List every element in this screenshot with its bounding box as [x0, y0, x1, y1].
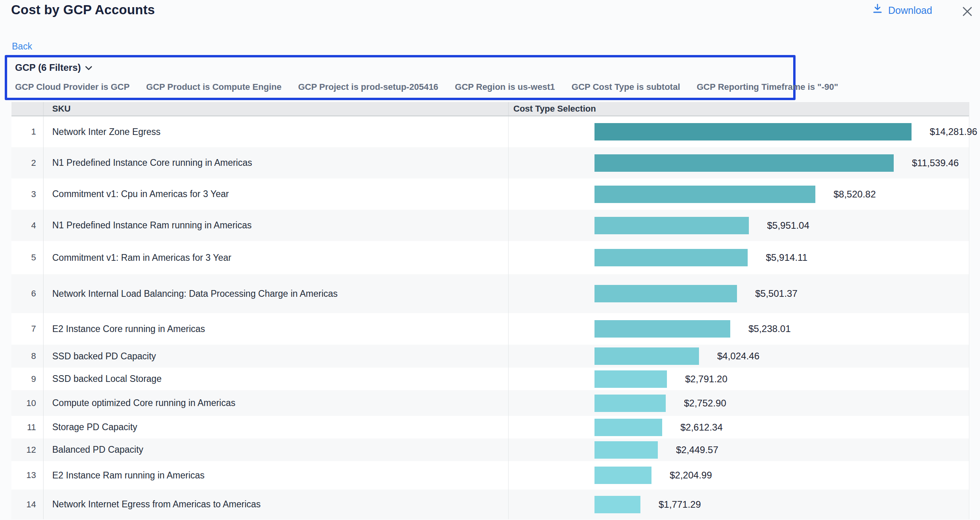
sku-cell: Network Internal Load Balancing: Data Pr…: [44, 274, 509, 313]
filter-item[interactable]: GCP Reporting Timeframe is "-90": [697, 82, 838, 92]
filter-item[interactable]: GCP Project is prod-setup-205416: [298, 82, 438, 92]
cost-bar[interactable]: [594, 467, 651, 484]
row-number: 10: [11, 390, 44, 416]
sku-cell: N1 Predefined Instance Ram running in Am…: [44, 210, 509, 241]
table-row: 4 N1 Predefined Instance Ram running in …: [11, 210, 969, 241]
sku-cell: Storage PD Capacity: [44, 416, 509, 438]
filter-panel: GCP (6 Filters) GCP Cloud Provider is GC…: [5, 55, 796, 100]
bar-cell: $5,914.11: [509, 241, 969, 274]
sku-cell: Network Inter Zone Egress: [44, 116, 509, 147]
sku-cell: E2 Instance Ram running in Americas: [44, 461, 509, 490]
table-body: 1 Network Inter Zone Egress $14,281.96 2…: [11, 116, 969, 519]
table-row: 12 Balanced PD Capacity $2,449.57: [11, 438, 969, 461]
sku-cell: E2 Instance Core running in Americas: [44, 313, 509, 345]
cost-bar[interactable]: [594, 370, 667, 388]
filter-summary-dropdown[interactable]: GCP (6 Filters): [15, 62, 93, 73]
bar-cell: $5,238.01: [509, 313, 969, 345]
table-row: 2 N1 Predefined Instance Core running in…: [11, 147, 969, 178]
page-title: Cost by GCP Accounts: [11, 2, 155, 17]
bar-cell: $11,539.46: [509, 147, 969, 178]
cost-value-label: $2,204.99: [670, 470, 712, 481]
filter-item[interactable]: GCP Cloud Provider is GCP: [15, 82, 129, 92]
download-label: Download: [888, 5, 932, 16]
cost-bar[interactable]: [594, 249, 748, 266]
table-row: 11 Storage PD Capacity $2,612.34: [11, 416, 969, 438]
download-icon: [872, 4, 883, 17]
cost-bar[interactable]: [594, 217, 749, 234]
cost-bar[interactable]: [594, 496, 640, 513]
close-icon: [959, 4, 975, 20]
column-header-cost-type-selection: Cost Type Selection: [509, 102, 969, 116]
cost-bar[interactable]: [594, 320, 730, 338]
row-number: 13: [11, 461, 44, 490]
bar-cell: $2,791.20: [509, 368, 969, 390]
bar-cell: $2,612.34: [509, 416, 969, 438]
row-number: 12: [11, 438, 44, 461]
table-row: 10 Compute optimized Core running in Ame…: [11, 390, 969, 416]
cost-bar[interactable]: [594, 285, 737, 302]
cost-bar[interactable]: [594, 441, 658, 459]
row-number: 5: [11, 241, 44, 274]
chevron-down-icon: [85, 62, 93, 73]
cost-value-label: $8,520.82: [834, 189, 876, 200]
cost-value-label: $14,281.96: [930, 126, 977, 137]
table-row: 14 Network Internet Egress from Americas…: [11, 490, 969, 519]
row-number: 11: [11, 416, 44, 438]
cost-value-label: $5,914.11: [766, 252, 807, 263]
download-button[interactable]: Download: [870, 3, 934, 17]
back-link[interactable]: Back: [12, 41, 32, 52]
cost-value-label: $2,752.90: [684, 398, 726, 409]
bar-cell: $14,281.96: [509, 116, 969, 147]
column-header-index: [11, 102, 44, 116]
filter-list: GCP Cloud Provider is GCPGCP Product is …: [15, 82, 793, 92]
bar-cell: $2,204.99: [509, 461, 969, 490]
row-number: 1: [11, 116, 44, 147]
cost-bar[interactable]: [594, 395, 666, 412]
cost-table: SKU Cost Type Selection 1 Network Inter …: [11, 102, 969, 519]
cost-value-label: $5,951.04: [767, 220, 809, 231]
cost-value-label: $5,238.01: [748, 323, 791, 334]
cost-value-label: $11,539.46: [912, 158, 959, 169]
sku-cell: N1 Predefined Instance Core running in A…: [44, 147, 509, 178]
cost-bar[interactable]: [594, 154, 894, 172]
table-row: 5 Commitment v1: Ram in Americas for 3 Y…: [11, 241, 969, 274]
cost-bar[interactable]: [594, 347, 699, 365]
table-row: 9 SSD backed Local Storage $2,791.20: [11, 368, 969, 390]
row-number: 2: [11, 147, 44, 178]
cost-value-label: $2,449.57: [676, 444, 718, 455]
row-number: 3: [11, 178, 44, 210]
sku-cell: Commitment v1: Ram in Americas for 3 Yea…: [44, 241, 509, 274]
sku-cell: Network Internet Egress from Americas to…: [44, 490, 509, 519]
bar-cell: $4,024.46: [509, 345, 969, 368]
row-number: 4: [11, 210, 44, 241]
filter-item[interactable]: GCP Cost Type is subtotal: [572, 82, 680, 92]
table-row: 1 Network Inter Zone Egress $14,281.96: [11, 116, 969, 147]
bar-cell: $5,501.37: [509, 274, 969, 313]
cost-value-label: $1,771.29: [659, 499, 701, 510]
sku-cell: Balanced PD Capacity: [44, 438, 509, 461]
column-header-sku: SKU: [44, 102, 509, 116]
cost-bar[interactable]: [594, 123, 912, 140]
table-row: 8 SSD backed PD Capacity $4,024.46: [11, 345, 969, 368]
bar-cell: $5,951.04: [509, 210, 969, 241]
bar-cell: $8,520.82: [509, 178, 969, 210]
row-number: 6: [11, 274, 44, 313]
row-number: 7: [11, 313, 44, 345]
bar-cell: $1,771.29: [509, 490, 969, 519]
cost-value-label: $4,024.46: [717, 351, 760, 362]
bar-cell: $2,752.90: [509, 390, 969, 416]
filter-item[interactable]: GCP Product is Compute Engine: [146, 82, 281, 92]
cost-bar[interactable]: [594, 186, 815, 203]
filter-item[interactable]: GCP Region is us-west1: [455, 82, 555, 92]
row-number: 9: [11, 368, 44, 390]
table-row: 6 Network Internal Load Balancing: Data …: [11, 274, 969, 313]
table-row: 7 E2 Instance Core running in Americas $…: [11, 313, 969, 345]
close-button[interactable]: [959, 4, 975, 20]
sku-cell: SSD backed PD Capacity: [44, 345, 509, 368]
cost-value-label: $2,612.34: [680, 422, 723, 433]
cost-by-gcp-accounts-panel: Cost by GCP Accounts Download Back GCP (…: [0, 0, 980, 520]
sku-cell: Commitment v1: Cpu in Americas for 3 Yea…: [44, 178, 509, 210]
table-header-row: SKU Cost Type Selection: [11, 102, 969, 116]
cost-value-label: $2,791.20: [685, 374, 727, 385]
cost-bar[interactable]: [594, 419, 662, 436]
